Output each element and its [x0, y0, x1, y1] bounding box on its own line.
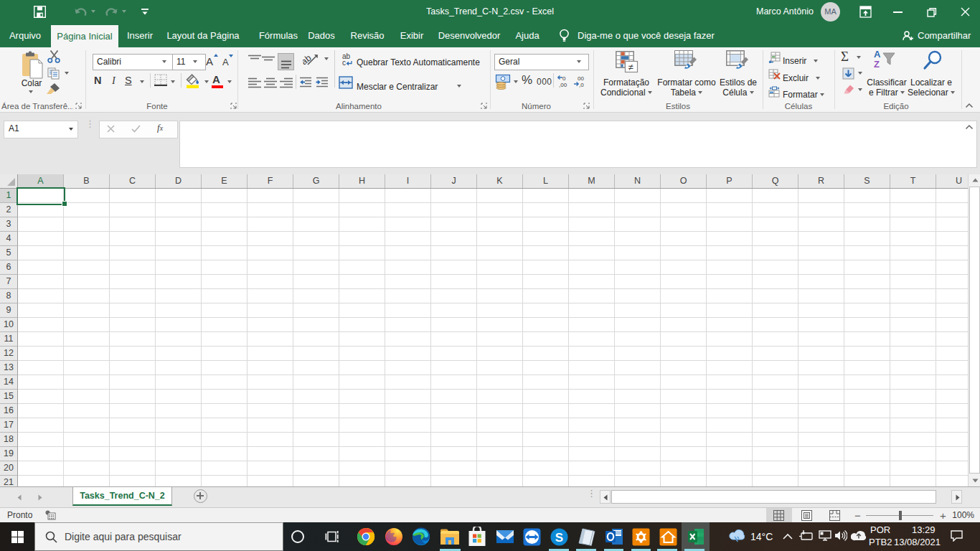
- svg-text:S: S: [555, 531, 563, 545]
- svg-text:,00: ,00: [559, 82, 567, 88]
- svg-text:0: 0: [562, 75, 566, 82]
- svg-text:≠: ≠: [628, 62, 633, 72]
- svg-text:,0: ,0: [579, 82, 584, 88]
- svg-text:00: 00: [578, 75, 584, 82]
- svg-text:c: c: [342, 59, 346, 66]
